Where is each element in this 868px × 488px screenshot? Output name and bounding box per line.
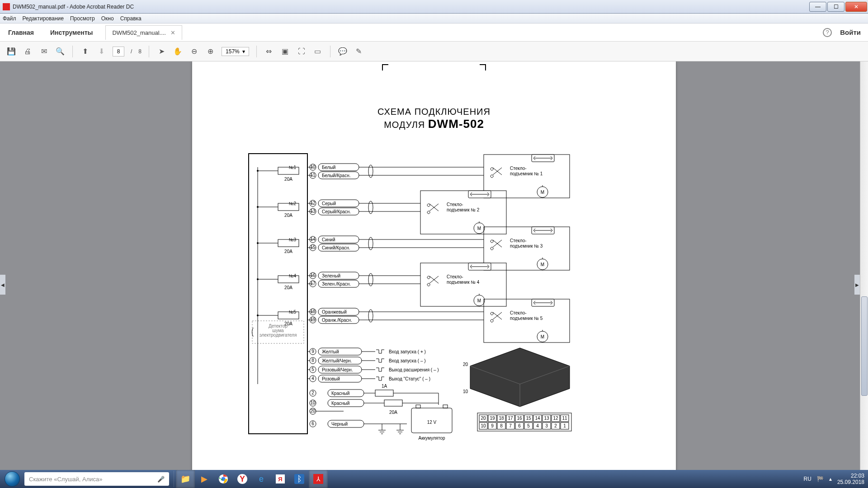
svg-text:Желтый/Черн.: Желтый/Черн. <box>322 358 352 363</box>
separator <box>330 46 330 57</box>
zoom-level-select[interactable]: 157%▾ <box>222 47 249 56</box>
menu-view[interactable]: Просмотр <box>70 15 95 22</box>
print-icon[interactable]: 🖨 <box>23 47 33 56</box>
menu-window[interactable]: Окно <box>101 15 114 22</box>
svg-text:10: 10 <box>463 389 468 394</box>
tray-expand-icon[interactable]: ▴ <box>829 476 832 482</box>
svg-text:Стекло-: Стекло- <box>510 166 527 171</box>
svg-text:Аккумулятор: Аккумулятор <box>418 436 445 441</box>
svg-text:M: M <box>541 262 544 267</box>
login-button[interactable]: Войти <box>840 28 861 36</box>
separator <box>256 46 257 57</box>
email-icon[interactable]: ✉ <box>39 47 49 56</box>
close-button[interactable]: ✕ <box>845 2 867 12</box>
tray-language[interactable]: RU <box>804 476 811 482</box>
document-tab[interactable]: DWM502_manual.... ✕ <box>105 25 182 40</box>
pdf-page: СХЕМА ПОДКЛЮЧЕНИЯ МОДУЛЯ DWM-502 Детекто… <box>192 61 676 488</box>
svg-text:подъемник № 3: подъемник № 3 <box>510 244 543 249</box>
svg-text:подъемник № 2: подъемник № 2 <box>447 207 480 212</box>
document-viewport[interactable]: ◀ СХЕМА ПОДКЛЮЧЕНИЯ МОДУЛЯ DWM-502 Детек… <box>0 61 868 488</box>
read-mode-icon[interactable]: ⛶ <box>297 47 307 56</box>
page-number-input[interactable] <box>113 47 124 56</box>
svg-text:18: 18 <box>499 416 504 421</box>
search-icon[interactable]: 🔍 <box>55 47 65 56</box>
svg-rect-123 <box>484 299 570 343</box>
selection-tool-icon[interactable]: ➤ <box>156 47 166 56</box>
svg-rect-48 <box>420 191 506 234</box>
close-tab-icon[interactable]: ✕ <box>170 29 175 36</box>
highlight-icon[interactable]: ✎ <box>354 47 364 56</box>
svg-text:2: 2 <box>311 390 314 395</box>
zoom-out-icon[interactable]: ⊖ <box>189 47 199 56</box>
menu-help[interactable]: Справка <box>120 15 142 22</box>
comment-icon[interactable]: 💬 <box>338 47 348 56</box>
svg-text:12: 12 <box>553 416 558 421</box>
svg-text:№3: №3 <box>289 237 297 242</box>
next-page-chevron[interactable]: ▶ <box>854 275 860 295</box>
vertical-scrollbar[interactable] <box>860 61 868 488</box>
view-mode-icon[interactable]: ▭ <box>313 47 323 56</box>
svg-text:подъемник № 1: подъемник № 1 <box>510 171 543 176</box>
svg-rect-73 <box>484 227 570 270</box>
windows-orb-icon <box>5 471 20 487</box>
svg-text:M: M <box>477 298 481 303</box>
svg-rect-185 <box>416 405 420 408</box>
svg-text:№1: №1 <box>289 165 297 170</box>
taskbar-chrome-icon[interactable] <box>214 470 233 488</box>
menu-edit[interactable]: Редактирование <box>23 15 64 22</box>
zoom-in-icon[interactable]: ⊕ <box>205 47 215 56</box>
tab-home[interactable]: Главная <box>0 23 42 41</box>
tray-flag-icon[interactable]: 🏁 <box>817 476 824 482</box>
tab-tools[interactable]: Инструменты <box>42 23 101 41</box>
svg-text:2: 2 <box>554 423 557 428</box>
menu-file[interactable]: Файл <box>3 15 16 22</box>
page-total: 8 <box>138 48 142 55</box>
svg-text:12 V: 12 V <box>427 420 437 425</box>
fit-width-icon[interactable]: ⇔ <box>264 47 274 56</box>
tray-clock[interactable]: 22:03 25.09.2018 <box>837 473 864 486</box>
maximize-button[interactable]: ☐ <box>827 2 844 12</box>
page-up-icon[interactable]: ⬆ <box>80 47 90 56</box>
hand-tool-icon[interactable]: ✋ <box>173 47 183 56</box>
start-button[interactable] <box>0 470 24 488</box>
svg-text:Стекло-: Стекло- <box>447 274 463 279</box>
fit-page-icon[interactable]: ▣ <box>280 47 290 56</box>
prev-page-chevron[interactable]: ◀ <box>0 275 5 295</box>
minimize-button[interactable]: — <box>809 2 826 12</box>
save-icon[interactable]: 💾 <box>6 47 16 56</box>
svg-text:Белый/Красн.: Белый/Красн. <box>322 173 350 178</box>
svg-text:M: M <box>541 334 544 339</box>
svg-text:6: 6 <box>311 421 314 426</box>
svg-text:Стекло-: Стекло- <box>447 202 463 207</box>
separator <box>72 46 73 57</box>
taskbar-media-icon[interactable]: ▶ <box>195 470 214 488</box>
svg-point-22 <box>368 165 373 178</box>
microphone-icon[interactable]: 🎤 <box>157 476 165 483</box>
taskbar-acrobat-icon[interactable]: ⅄ <box>309 470 328 488</box>
scroll-thumb[interactable] <box>861 296 868 396</box>
diagram-title: СХЕМА ПОДКЛЮЧЕНИЯ МОДУЛЯ DWM-502 <box>226 107 642 131</box>
svg-text:Стекло-: Стекло- <box>510 238 527 243</box>
taskbar-ya-icon[interactable]: Я <box>271 470 290 488</box>
taskbar-ie-icon[interactable]: e <box>252 470 271 488</box>
svg-text:подъемник № 4: подъемник № 4 <box>447 280 480 285</box>
app-icon <box>3 3 10 10</box>
taskbar-yandex-icon[interactable]: Y <box>233 470 252 488</box>
window-titlebar: DWM502_manual.pdf - Adobe Acrobat Reader… <box>0 0 868 14</box>
svg-text:20: 20 <box>463 362 468 367</box>
page-down-icon[interactable]: ⬇ <box>96 47 106 56</box>
svg-text:Красный: Красный <box>331 391 349 396</box>
voice-search-box[interactable]: Скажите «Слушай, Алиса» 🎤 <box>24 472 169 486</box>
svg-text:20A: 20A <box>284 177 292 182</box>
svg-point-122 <box>368 310 373 322</box>
svg-text:Вход запуска ( – ): Вход запуска ( – ) <box>389 358 426 363</box>
svg-text:20A: 20A <box>284 321 292 326</box>
svg-text:19: 19 <box>490 416 495 421</box>
taskbar-explorer-icon[interactable]: 📁 <box>176 470 195 488</box>
svg-text:Оранж./Красн.: Оранж./Красн. <box>322 318 352 323</box>
help-icon[interactable]: ? <box>823 28 832 37</box>
svg-point-47 <box>368 201 373 214</box>
svg-rect-163 <box>375 390 393 396</box>
svg-text:16: 16 <box>517 416 522 421</box>
taskbar-bluetooth-icon[interactable]: ᛒ <box>290 470 309 488</box>
